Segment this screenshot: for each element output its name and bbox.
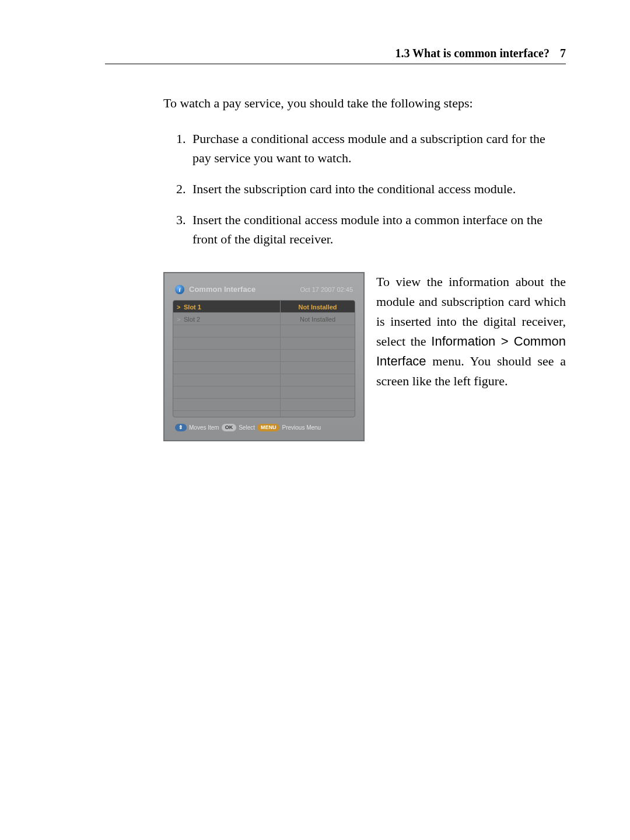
step-item: Purchase a conditional access module and… [189,129,566,168]
slot-row-empty [173,411,355,418]
chevron-right-icon: > [177,302,181,312]
receiver-screenshot: i Common Interface Oct 17 2007 02:45 >Sl… [163,272,365,441]
slot-label: >Slot 1 [173,301,280,312]
menu-key-icon: MENU [257,424,280,431]
screenshot-footer: ⇕ Moves Item OK Select MENU Previous Men… [173,423,355,432]
slot-status: Not Installed [280,301,355,312]
slot-row[interactable]: >Slot 2Not Installed [173,313,355,325]
screenshot-timestamp: Oct 17 2007 02:45 [300,285,353,295]
slot-row-empty [173,362,355,374]
ok-key-icon: OK [222,424,237,431]
intro-paragraph: To watch a pay service, you should take … [163,93,566,113]
slot-label-text: Slot 1 [184,304,201,311]
slot-label-text: Slot 2 [184,316,200,323]
screenshot-inner: i Common Interface Oct 17 2007 02:45 >Sl… [173,283,355,432]
footer-prev-label: Previous Menu [282,423,321,432]
footer-select-label: Select [239,423,255,432]
body-content: To watch a pay service, you should take … [163,93,566,441]
steps-list: Purchase a conditional access module and… [163,129,566,249]
screenshot-title-bar: i Common Interface Oct 17 2007 02:45 [173,283,355,300]
chevron-right-icon: > [177,315,181,325]
slot-row-empty [173,325,355,337]
footer-moves-label: Moves Item [189,423,219,432]
slot-row-empty [173,399,355,411]
running-header: 1.3 What is common interface? 7 [105,47,566,64]
info-icon: i [175,285,184,294]
section-title: 1.3 What is common interface? [395,47,550,60]
nav-key-icon: ⇕ [175,424,187,431]
figure-caption: To view the information about the module… [376,272,566,392]
slot-row-empty [173,374,355,386]
slot-status: Not Installed [280,313,355,325]
slot-row-empty [173,350,355,362]
slot-row[interactable]: >Slot 1Not Installed [173,301,355,313]
screenshot-title: Common Interface [189,284,256,295]
slot-row-empty [173,386,355,399]
page-number: 7 [560,47,566,60]
slot-label: >Slot 2 [173,313,280,325]
step-item: Insert the conditional access module int… [189,210,566,249]
slot-row-empty [173,337,355,350]
document-page: 1.3 What is common interface? 7 To watch… [0,0,630,840]
step-item: Insert the subscription card into the co… [189,179,566,198]
figure-row: i Common Interface Oct 17 2007 02:45 >Sl… [163,272,566,441]
slot-table: >Slot 1Not Installed>Slot 2Not Installed [173,300,355,418]
